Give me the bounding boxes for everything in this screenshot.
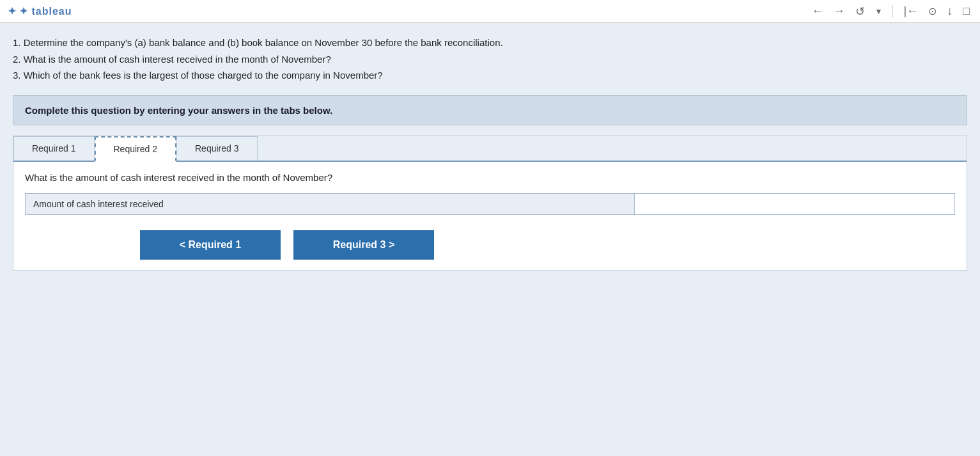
main-content: 1. Determine the company's (a) bank bala… [0,23,980,456]
instructions: 1. Determine the company's (a) bank bala… [13,35,967,84]
prev-button-label: < Required 1 [180,239,241,251]
next-button-label: Required 3 > [333,239,394,251]
gear-icon: ✦ [8,5,17,17]
table-row: Amount of cash interest received [26,193,955,214]
app-logo: ✦ ✦ tableau [8,5,72,17]
question-box: Complete this question by entering your … [13,95,967,125]
tab-required-3-label: Required 3 [195,143,239,153]
tab-required-1-label: Required 1 [32,143,76,153]
tab-content: What is the amount of cash interest rece… [13,162,967,270]
tab-question-text: What is the amount of cash interest rece… [25,172,332,183]
tab-required-2-label: Required 2 [114,144,158,154]
tab-required-2[interactable]: Required 2 [95,136,177,162]
first-page-icon[interactable]: |← [901,4,921,18]
next-button[interactable]: Required 3 > [293,230,434,260]
instruction-1: 1. Determine the company's (a) bank bala… [13,35,967,51]
prev-button[interactable]: < Required 1 [140,230,281,260]
toolbar: ✦ ✦ tableau ← → ↺ ▼ |← ⊙ ↓ □ [0,0,980,23]
tab-question: What is the amount of cash interest rece… [25,172,955,183]
nav-buttons: < Required 1 Required 3 > [25,230,955,260]
back-icon[interactable]: ← [809,4,826,18]
refresh-icon[interactable]: ↺ [853,4,867,19]
row-input-cell[interactable] [634,193,954,214]
forward-icon[interactable]: → [831,4,848,18]
tab-required-3[interactable]: Required 3 [176,136,258,161]
row-label-text: Amount of cash interest received [33,199,164,209]
toolbar-divider [892,5,893,18]
refresh-dropdown-icon[interactable]: ▼ [873,7,885,16]
instruction-3: 3. Which of the bank fees is the largest… [13,67,967,84]
row-label: Amount of cash interest received [26,193,635,214]
instruction-2: 2. What is the amount of cash interest r… [13,51,967,68]
tabs-container: Required 1 Required 2 Required 3 What is… [13,136,967,271]
tabs-row: Required 1 Required 2 Required 3 [13,136,967,162]
tab-required-1[interactable]: Required 1 [13,136,95,161]
download-icon[interactable]: ↓ [944,4,955,18]
share-icon[interactable]: ⊙ [926,5,939,17]
question-box-text: Complete this question by entering your … [25,105,332,116]
fullscreen-icon[interactable]: □ [960,4,972,18]
toolbar-nav: ← → ↺ ▼ |← ⊙ ↓ □ [809,4,972,19]
cash-interest-input[interactable] [642,199,947,209]
logo-text: ✦ tableau [19,5,72,17]
answer-table: Amount of cash interest received [25,193,955,215]
